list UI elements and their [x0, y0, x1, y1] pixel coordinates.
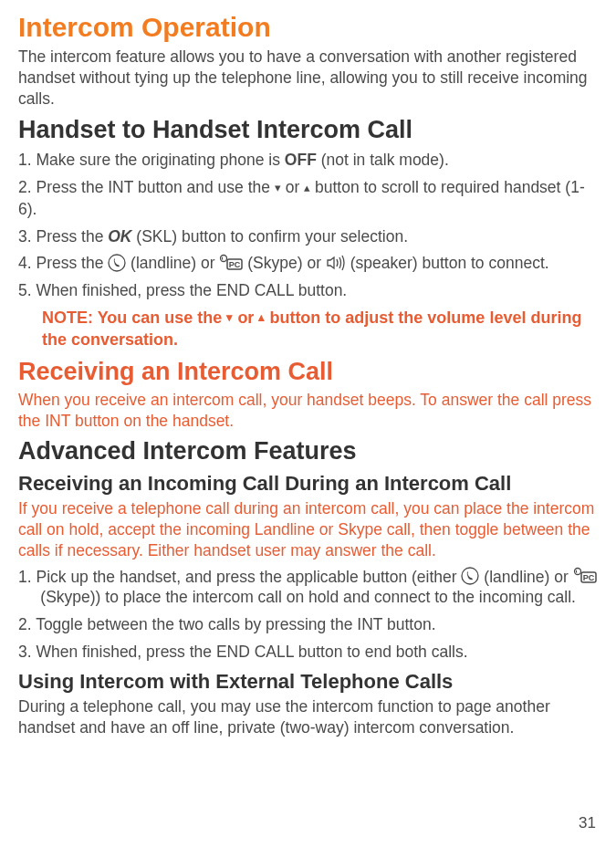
page-number: 31 [579, 813, 596, 833]
step4-text-d: (speaker) button to connect. [346, 254, 549, 272]
svg-point-5 [574, 569, 580, 575]
sub1-step1-a: 1. Pick up the handset, and press the ap… [18, 568, 461, 586]
step1-off: OFF [285, 151, 317, 169]
page-title: Intercom Operation [18, 9, 598, 45]
step2-text-a: 2. Press the INT button and use the [18, 178, 275, 196]
section1-heading: Handset to Handset Intercom Call [18, 114, 598, 146]
svg-text:PC: PC [229, 260, 241, 269]
arrow-down-icon-note [226, 306, 233, 327]
step3-ok: OK [108, 227, 131, 246]
phone-icon [108, 254, 126, 272]
svg-point-0 [109, 255, 125, 271]
note-a: NOTE: You can use the [42, 308, 226, 327]
step1-text-c: (not in talk mode). [317, 151, 449, 169]
step-2: 2. Press the INT button and use the or b… [18, 177, 598, 220]
sub1-step1-b: (landline) or [479, 568, 572, 586]
step-5: 5. When finished, press the END CALL but… [18, 280, 598, 301]
step-3: 3. Press the OK (SKL) button to confirm … [18, 226, 598, 247]
section3-sub1-intro: If you receive a telephone call during a… [18, 498, 598, 560]
section3-sub2-text: During a telephone call, you may use the… [18, 696, 598, 738]
step1-text-a: 1. Make sure the originating phone is [18, 151, 285, 169]
section3-sub2-heading: Using Intercom with External Telephone C… [18, 669, 598, 695]
note-text: NOTE: You can use the or button to adjus… [42, 308, 598, 350]
step-1: 1. Make sure the originating phone is OF… [18, 150, 598, 171]
svg-text:PC: PC [582, 573, 594, 582]
step4-text-b: (landline) or [126, 254, 219, 272]
step3-text-a: 3. Press the [18, 227, 108, 246]
arrow-up-icon-note [258, 306, 265, 327]
sub1-step-3: 3. When finished, press the END CALL but… [18, 642, 598, 663]
intro-text: The intercom feature allows you to have … [18, 47, 598, 109]
arrow-up-icon [304, 176, 310, 197]
step4-text-c: (Skype) or [243, 254, 325, 272]
svg-point-4 [462, 568, 478, 584]
pc-skype-icon-2: PC [573, 567, 597, 585]
section2-heading: Receiving an Intercom Call [18, 356, 598, 388]
speaker-icon [326, 255, 346, 271]
step4-text-a: 4. Press the [18, 254, 108, 272]
sub1-step-1: 1. Pick up the handset, and press the ap… [18, 567, 598, 609]
section2-text: When you receive an intercom call, your … [18, 390, 598, 432]
step-4: 4. Press the (landline) or PC (Skype) or… [18, 253, 598, 274]
arrow-down-icon [275, 176, 281, 197]
step3-text-c: (SKL) button to confirm your selection. [132, 227, 409, 246]
phone-icon-2 [461, 567, 479, 585]
section3-sub1-heading: Receiving an Incoming Call During an Int… [18, 471, 598, 497]
sub1-step-2: 2. Toggle between the two calls by press… [18, 614, 598, 635]
pc-skype-icon: PC [219, 254, 243, 272]
note-b: or [233, 308, 258, 327]
sub1-step1-c: (Skype)) to place the intercom call on h… [36, 588, 575, 606]
svg-point-1 [221, 255, 227, 261]
step2-text-b: or [281, 178, 304, 196]
section3-heading: Advanced Intercom Features [18, 435, 598, 467]
